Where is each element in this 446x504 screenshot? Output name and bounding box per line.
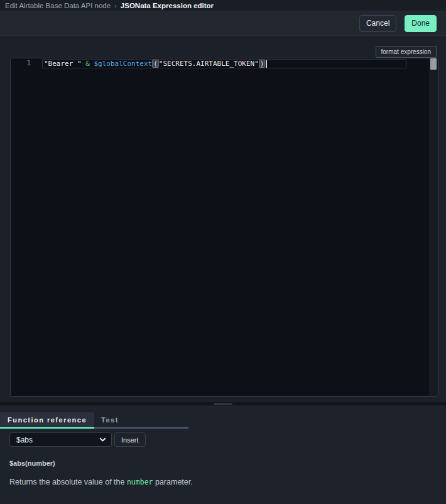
action-bar: Cancel Done	[0, 11, 446, 36]
panel-resize-divider[interactable]	[0, 402, 446, 405]
code-token-operator: &	[82, 60, 94, 68]
panel-tabs: Function reference Test	[0, 412, 446, 427]
function-select-value: $abs	[16, 436, 33, 444]
tab-underline-inactive-segment	[94, 427, 188, 429]
done-button[interactable]: Done	[405, 15, 437, 32]
function-description: Returns the absolute value of the number…	[9, 478, 446, 486]
function-select[interactable]: $abs	[9, 432, 112, 447]
tab-underline-active-segment	[0, 427, 94, 429]
tab-test[interactable]: Test	[94, 412, 188, 427]
code-token-close-paren: )	[259, 60, 266, 68]
expression-editor-section: format expression 1 "Bearer " & $globalC…	[0, 36, 446, 402]
breadcrumb-current-page: JSONata Expression editor	[121, 2, 214, 9]
reference-panel: Function reference Test $abs Insert $abs…	[0, 405, 446, 504]
editor-scrollbar-track[interactable]	[429, 58, 438, 396]
line-number: 1	[11, 59, 42, 68]
description-text-suffix: parameter.	[153, 478, 192, 486]
description-parameter-code: number	[127, 478, 153, 486]
text-cursor	[266, 60, 267, 68]
function-signature: $abs(number)	[9, 459, 446, 467]
code-token-string: "Bearer "	[44, 60, 82, 68]
insert-button[interactable]: Insert	[114, 432, 146, 447]
code-token-string-arg: "SECRETS.AIRTABLE_TOKEN"	[159, 60, 259, 68]
format-expression-button[interactable]: format expression	[376, 46, 437, 58]
tab-function-reference[interactable]: Function reference	[0, 412, 94, 427]
function-controls: $abs Insert	[9, 432, 446, 447]
tab-underline	[0, 427, 446, 429]
code-line-current[interactable]: "Bearer " & $globalContext("SECRETS.AIRT…	[42, 59, 406, 68]
panel-resize-handle[interactable]	[214, 403, 232, 405]
breadcrumb: Edit Airtable Base Data API node › JSONa…	[0, 0, 446, 11]
editor-scrollbar-thumb[interactable]	[430, 58, 437, 70]
code-token-open-paren: (	[152, 60, 159, 68]
code-editor[interactable]: 1 "Bearer " & $globalContext("SECRETS.AI…	[10, 58, 438, 397]
cancel-button[interactable]: Cancel	[359, 15, 396, 32]
code-editor-line-row: 1 "Bearer " & $globalContext("SECRETS.AI…	[11, 58, 438, 68]
code-token-function: $globalContext	[94, 60, 152, 68]
chevron-down-icon	[99, 436, 106, 443]
description-text-prefix: Returns the absolute value of the	[9, 478, 127, 486]
breadcrumb-parent-node[interactable]: Edit Airtable Base Data API node	[5, 2, 111, 9]
breadcrumb-separator: ›	[114, 2, 117, 9]
